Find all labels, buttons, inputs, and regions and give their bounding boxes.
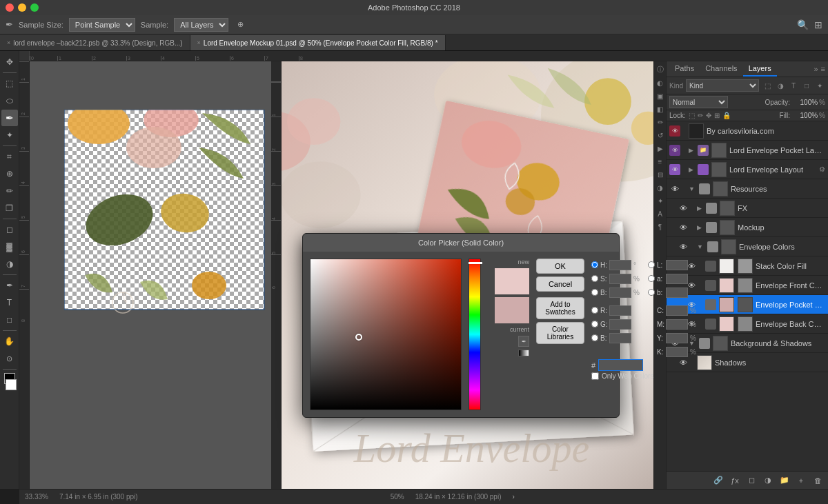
- layer-visibility-icon[interactable]: 👁: [669, 183, 680, 194]
- eyedropper-small-icon[interactable]: ✒: [518, 336, 529, 347]
- maximize-button[interactable]: [30, 3, 39, 12]
- opacity-input[interactable]: [791, 99, 818, 106]
- marquee-tool[interactable]: ⬚: [1, 75, 18, 92]
- bri-radio[interactable]: [591, 289, 598, 296]
- info-icon[interactable]: ⓘ: [655, 64, 666, 75]
- filter-shape-icon[interactable]: □: [801, 80, 812, 91]
- swatches-icon[interactable]: ▣: [655, 90, 666, 101]
- tab-mockup[interactable]: × Lord Envelope Mockup 01.psd @ 50% (Env…: [190, 35, 446, 50]
- layer-item[interactable]: 👁 ▼ Envelope Colors: [667, 237, 828, 256]
- hue-radio[interactable]: [591, 261, 598, 268]
- eraser-tool[interactable]: ◻: [1, 221, 18, 238]
- web-colors-checkbox[interactable]: [591, 372, 599, 380]
- healing-brush-tool[interactable]: ⊕: [1, 165, 18, 182]
- hue-value[interactable]: 2: [609, 260, 631, 270]
- sat-value[interactable]: 17: [609, 274, 631, 284]
- hand-tool[interactable]: ✋: [1, 333, 18, 350]
- gradient-icon[interactable]: ◧: [655, 103, 666, 114]
- lock-position-icon[interactable]: ✥: [706, 112, 711, 119]
- tab-close-icon[interactable]: ×: [7, 39, 10, 46]
- tab-paths[interactable]: Paths: [669, 61, 700, 77]
- delete-layer-icon[interactable]: 🗑: [811, 474, 824, 487]
- hex-input[interactable]: cfacab: [598, 359, 643, 371]
- move-tool[interactable]: ✥: [1, 54, 18, 70]
- zoom-tool[interactable]: ⊙: [1, 350, 18, 367]
- layer-expand-arrow[interactable]: ▼: [689, 185, 695, 192]
- c-value[interactable]: 18: [666, 305, 688, 316]
- add-to-swatches-button[interactable]: Add to Swatches: [536, 297, 584, 319]
- paragraph-icon[interactable]: ¶: [655, 221, 666, 232]
- filter-adjust-icon[interactable]: ◑: [775, 80, 786, 91]
- fill-input[interactable]: [791, 112, 818, 119]
- tab-close-icon-active[interactable]: ×: [197, 39, 201, 46]
- ok-button[interactable]: OK: [536, 259, 584, 274]
- red-value[interactable]: 207: [609, 305, 631, 316]
- layer-settings-icon[interactable]: ⚙: [819, 165, 825, 173]
- bri-value[interactable]: 81: [609, 288, 631, 298]
- layer-visibility-icon[interactable]: 👁: [669, 145, 680, 156]
- new-group-icon[interactable]: 📁: [778, 474, 791, 487]
- hue-slider[interactable]: [469, 259, 481, 410]
- close-button[interactable]: [6, 3, 14, 12]
- panels-icon[interactable]: ⊞: [814, 19, 822, 30]
- lock-artboard-icon[interactable]: ⊞: [714, 112, 720, 119]
- layer-item[interactable]: 👁 ▶ FX: [667, 199, 828, 218]
- character-icon[interactable]: A: [655, 208, 666, 219]
- layer-item[interactable]: 👁 By carlosviloria.com: [667, 121, 828, 141]
- b3-radio[interactable]: [648, 289, 655, 296]
- history-icon[interactable]: ↺: [655, 130, 666, 141]
- adjustments-icon[interactable]: ◑: [655, 182, 666, 193]
- sat-radio[interactable]: [591, 275, 598, 282]
- blend-mode-select[interactable]: Normal: [669, 96, 728, 108]
- lock-image-icon[interactable]: ✏: [698, 112, 703, 119]
- layer-visibility-icon[interactable]: 👁: [678, 222, 689, 233]
- brushes-icon[interactable]: ✏: [655, 117, 666, 128]
- filter-text-icon[interactable]: T: [788, 80, 799, 91]
- layer-visibility-icon[interactable]: 👁: [669, 164, 680, 175]
- sample-size-select[interactable]: Point Sample: [69, 18, 135, 32]
- layer-expand-arrow[interactable]: ▼: [697, 243, 703, 250]
- lasso-tool[interactable]: ⬭: [1, 92, 18, 109]
- sample-select[interactable]: All Layers: [174, 18, 228, 32]
- expand-panels-icon[interactable]: »: [814, 65, 818, 73]
- layer-expand-arrow[interactable]: ▶: [689, 147, 693, 154]
- layer-item[interactable]: 👁 ▶ Mockup: [667, 218, 828, 237]
- lock-all-icon[interactable]: 🔒: [722, 112, 731, 119]
- window-controls[interactable]: [6, 3, 39, 12]
- actions-icon[interactable]: ▶: [655, 143, 666, 154]
- status-arrow[interactable]: ›: [512, 493, 514, 501]
- green-value[interactable]: 172: [609, 319, 631, 330]
- lock-transparent-icon[interactable]: ⬚: [689, 112, 695, 119]
- blue-radio[interactable]: [591, 334, 598, 341]
- kind-filter-select[interactable]: Kind: [686, 79, 759, 92]
- link-layers-icon[interactable]: 🔗: [712, 474, 724, 487]
- background-color[interactable]: [6, 379, 17, 390]
- a-value[interactable]: 13: [666, 274, 688, 284]
- l-value[interactable]: 74: [666, 260, 688, 270]
- minimize-button[interactable]: [18, 3, 26, 12]
- new-adjustment-icon[interactable]: ◑: [762, 474, 774, 487]
- tab-channels[interactable]: Channels: [700, 61, 742, 77]
- add-fx-icon[interactable]: ƒx: [729, 474, 741, 487]
- search-icon[interactable]: 🔍: [797, 19, 809, 30]
- layer-visibility-icon[interactable]: 👁: [669, 125, 680, 137]
- shape-tool[interactable]: □: [1, 312, 18, 328]
- tab-layers[interactable]: Layers: [743, 61, 777, 77]
- pen-tool[interactable]: ✒: [1, 277, 18, 294]
- properties-icon[interactable]: ⊟: [655, 169, 666, 180]
- text-tool[interactable]: T: [1, 294, 18, 311]
- styles-icon[interactable]: ✦: [655, 195, 666, 206]
- layer-expand-arrow[interactable]: ▶: [697, 224, 702, 231]
- color-gradient-field[interactable]: [310, 259, 462, 410]
- color-icon[interactable]: ◐: [655, 77, 666, 88]
- add-mask-icon[interactable]: ◻: [745, 474, 758, 487]
- layer-visibility-icon[interactable]: 👁: [678, 241, 689, 252]
- color-picker-dialog[interactable]: Color Picker (Solid Color) new current: [302, 233, 620, 418]
- filter-smart-icon[interactable]: ✦: [814, 80, 825, 91]
- panel-menu-icon[interactable]: ≡: [821, 65, 825, 73]
- a-radio[interactable]: [648, 275, 655, 282]
- layer-item[interactable]: 👁 ▶ 📁 Lord Envelope Pocket Layout: [667, 141, 828, 160]
- blue-value[interactable]: 171: [609, 333, 631, 343]
- cancel-button[interactable]: Cancel: [536, 276, 584, 292]
- gradient-tool[interactable]: ▓: [1, 239, 18, 255]
